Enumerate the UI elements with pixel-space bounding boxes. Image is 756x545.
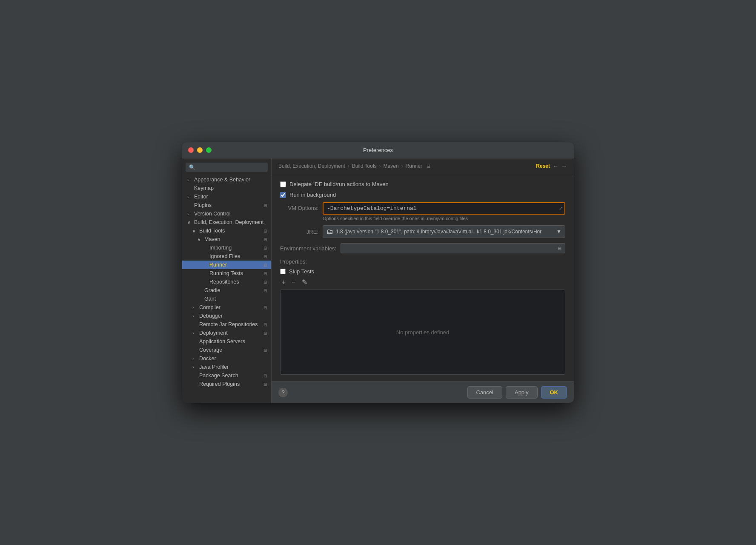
run-bg-label: Run in background: [289, 192, 336, 198]
ok-button[interactable]: OK: [541, 386, 567, 399]
apply-button[interactable]: Apply: [506, 386, 538, 399]
env-copy-icon[interactable]: ⊟: [558, 246, 561, 251]
jre-row: JRE: 🗂 1.8 (java version "1.8.0_301", pa…: [280, 225, 565, 238]
sidebar-item-build-execution[interactable]: ∨Build, Execution, Deployment: [182, 218, 271, 227]
sidebar-item-package-search[interactable]: Package Search⊟: [182, 371, 271, 380]
properties-table: No properties defined: [280, 290, 565, 375]
sidebar-label-version-control: Version Control: [194, 211, 267, 217]
skip-tests-row: Skip Tests: [280, 268, 565, 275]
sidebar-item-runner[interactable]: Runner⊟: [182, 261, 271, 269]
sidebar-item-deployment[interactable]: ›Deployment⊟: [182, 329, 271, 337]
sidebar-item-appearance[interactable]: ›Appearance & Behavior: [182, 175, 271, 184]
env-input-wrap: ⊟: [341, 243, 565, 253]
window-title: Preferences: [363, 147, 393, 153]
action-buttons: Cancel Apply OK: [467, 386, 567, 399]
breadcrumb-bar: Build, Execution, Deployment › Build Too…: [272, 158, 574, 174]
sidebar-item-compiler[interactable]: ›Compiler⊟: [182, 303, 271, 312]
jre-value: 1.8 (java version "1.8.0_301", path: /Li…: [336, 229, 554, 235]
jre-label: JRE:: [280, 229, 318, 235]
main-content: 🔍 ›Appearance & BehaviorKeymap›EditorPlu…: [182, 158, 574, 403]
sidebar-label-runner: Runner: [209, 262, 262, 268]
ext-icon-compiler: ⊟: [263, 305, 267, 310]
jre-dropdown-icon: ▼: [556, 229, 561, 235]
bottom-bar: ? Cancel Apply OK: [272, 382, 574, 403]
sidebar-label-build-execution: Build, Execution, Deployment: [194, 219, 267, 225]
sidebar-item-docker[interactable]: ›Docker: [182, 354, 271, 363]
ext-icon-gradle: ⊟: [263, 288, 267, 293]
sidebar-item-gradle[interactable]: Gradle⊟: [182, 286, 271, 295]
chevron-icon-appearance: ›: [187, 178, 192, 182]
sidebar-label-coverage: Coverage: [199, 347, 262, 353]
sidebar-item-running-tests[interactable]: Running Tests⊟: [182, 269, 271, 278]
edit-property-button[interactable]: ✎: [300, 278, 309, 286]
jre-select[interactable]: 🗂 1.8 (java version "1.8.0_301", path: /…: [323, 225, 565, 238]
nav-back-button[interactable]: ←: [553, 163, 558, 169]
run-bg-checkbox[interactable]: [280, 192, 286, 198]
ext-icon-plugins: ⊟: [263, 203, 267, 208]
vm-expand-icon[interactable]: ⤢: [559, 206, 563, 211]
search-input[interactable]: [198, 164, 264, 170]
skip-tests-label: Skip Tests: [289, 268, 314, 275]
window-controls: [188, 147, 212, 153]
minimize-button[interactable]: [197, 147, 203, 153]
help-button[interactable]: ?: [278, 388, 288, 397]
sidebar-items-container: ›Appearance & BehaviorKeymap›EditorPlugi…: [182, 175, 271, 388]
delegate-row: Delegate IDE build/run actions to Maven: [280, 181, 565, 187]
cancel-button[interactable]: Cancel: [467, 386, 502, 399]
skip-tests-checkbox[interactable]: [280, 269, 286, 274]
preferences-window: Preferences 🔍 ›Appearance & BehaviorKeym…: [182, 142, 574, 403]
sidebar-item-keymap[interactable]: Keymap: [182, 184, 271, 192]
delegate-checkbox[interactable]: [280, 181, 286, 187]
chevron-icon-compiler: ›: [192, 305, 198, 310]
sidebar-item-build-tools[interactable]: ∨Build Tools⊟: [182, 227, 271, 235]
sidebar-item-java-profiler[interactable]: ›Java Profiler: [182, 363, 271, 371]
ext-icon-remote-jar: ⊟: [263, 322, 267, 327]
add-property-button[interactable]: +: [280, 278, 287, 286]
maximize-button[interactable]: [206, 147, 212, 153]
sidebar-item-editor[interactable]: ›Editor: [182, 192, 271, 201]
vm-input-wrap: ⤢ Options specified in this field overri…: [323, 202, 565, 221]
sidebar-label-deployment: Deployment: [199, 330, 262, 336]
sidebar-item-maven[interactable]: ∨Maven⊟: [182, 235, 271, 244]
sidebar-item-debugger[interactable]: ›Debugger: [182, 312, 271, 320]
vm-options-row: VM Options: ⤢ Options specified in this …: [280, 202, 565, 221]
sidebar-item-importing[interactable]: Importing⊟: [182, 244, 271, 252]
sidebar-label-maven: Maven: [204, 236, 262, 242]
sidebar-label-remote-jar: Remote Jar Repositories: [199, 321, 262, 327]
ext-icon-ignored-files: ⊟: [263, 254, 267, 259]
chevron-icon-debugger: ›: [192, 314, 198, 318]
sidebar-item-coverage[interactable]: Coverage⊟: [182, 346, 271, 354]
sidebar-item-remote-jar[interactable]: Remote Jar Repositories⊟: [182, 320, 271, 329]
chevron-icon-editor: ›: [187, 195, 192, 199]
search-bar[interactable]: 🔍: [186, 163, 268, 172]
close-button[interactable]: [188, 147, 194, 153]
properties-toolbar: + − ✎: [280, 278, 565, 286]
vm-input-container: ⤢: [323, 202, 565, 215]
vm-options-input[interactable]: [323, 202, 565, 215]
chevron-icon-build-tools: ∨: [192, 229, 198, 233]
ext-icon-maven: ⊟: [263, 237, 267, 242]
sidebar-item-plugins[interactable]: Plugins⊟: [182, 201, 271, 209]
sidebar-label-ignored-files: Ignored Files: [209, 253, 262, 259]
sidebar-item-repositories[interactable]: Repositories⊟: [182, 278, 271, 286]
sidebar-item-version-control[interactable]: ›Version Control: [182, 209, 271, 218]
ext-icon-deployment: ⊟: [263, 331, 267, 336]
ext-icon-runner: ⊟: [263, 263, 267, 267]
chevron-icon-deployment: ›: [192, 331, 198, 336]
sidebar-item-app-servers[interactable]: Application Servers: [182, 337, 271, 346]
sidebar-item-required-plugins[interactable]: Required Plugins⊟: [182, 380, 271, 388]
sidebar-label-editor: Editor: [194, 194, 267, 200]
sidebar-label-build-tools: Build Tools: [199, 228, 262, 234]
sidebar-label-keymap: Keymap: [194, 185, 267, 191]
env-row: Environment variables: ⊟: [280, 243, 565, 253]
sidebar-label-compiler: Compiler: [199, 304, 262, 310]
env-input[interactable]: [344, 245, 558, 251]
nav-forward-button[interactable]: →: [561, 163, 567, 169]
remove-property-button[interactable]: −: [290, 278, 297, 286]
reset-button[interactable]: Reset: [536, 163, 550, 169]
vm-options-label: VM Options:: [280, 202, 318, 211]
chevron-icon-java-profiler: ›: [192, 365, 198, 370]
sidebar-item-gant[interactable]: Gant: [182, 295, 271, 303]
sidebar-item-ignored-files[interactable]: Ignored Files⊟: [182, 252, 271, 261]
sidebar-label-package-search: Package Search: [199, 373, 262, 379]
